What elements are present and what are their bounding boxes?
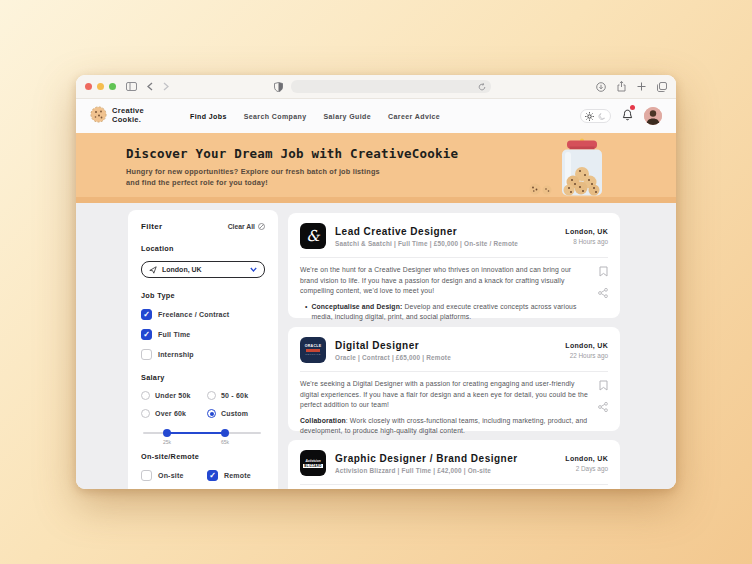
location-arrow-icon <box>149 266 157 274</box>
checkbox-checked-icon: ✓ <box>141 309 152 320</box>
cookie-jar-illustration <box>559 138 605 200</box>
slider-handle-max[interactable] <box>221 429 229 437</box>
brand-logo[interactable]: Creative Cookie. <box>90 106 144 127</box>
main-content: Filter Clear All Location London, UK Job… <box>76 203 676 489</box>
checkbox-checked-icon: ✓ <box>141 329 152 340</box>
downloads-icon[interactable] <box>596 82 606 92</box>
job-card-graphic-brand-designer[interactable]: Activision BLIZZARD Graphic Designer / B… <box>288 440 620 489</box>
job-location: London, UK <box>565 342 608 349</box>
tab-overview-icon[interactable] <box>657 82 667 92</box>
reload-icon[interactable] <box>478 83 486 91</box>
radio-over-60k[interactable]: Over 60k <box>141 409 207 418</box>
browser-chrome <box>76 75 676 99</box>
checkbox-freelance-contract[interactable]: ✓ Freelance / Contract <box>141 309 265 320</box>
radio-icon <box>207 391 216 400</box>
hero-banner: Discover Your Dream Job with CreativeCoo… <box>76 133 676 203</box>
job-posted: 2 Days ago <box>565 465 608 472</box>
job-card-digital-designer[interactable]: ORACLE NETSUITE Digital Designer Oracle … <box>288 327 620 431</box>
job-posted: 22 Hours ago <box>565 352 608 359</box>
minimize-window-button[interactable] <box>97 83 104 90</box>
filter-title: Filter <box>141 222 162 231</box>
slider-min-label: 25k <box>163 439 171 445</box>
job-bullet: • Conceptualise and Design: Develop and … <box>300 302 588 323</box>
address-bar[interactable] <box>291 80 491 93</box>
checkbox-checked-icon: ✓ <box>207 470 218 481</box>
share-job-icon[interactable] <box>598 288 608 298</box>
nav-find-jobs[interactable]: Find Jobs <box>190 113 227 120</box>
checkbox-remote[interactable]: ✓ Remote <box>207 470 265 481</box>
job-card-lead-creative-designer[interactable]: & Lead Creative Designer Saatchi & Saatc… <box>288 213 620 318</box>
nav-salary-guide[interactable]: Salary Guide <box>323 113 371 120</box>
share-icon[interactable] <box>617 81 626 92</box>
checkbox-full-time[interactable]: ✓ Full Time <box>141 329 265 340</box>
salary-range-slider[interactable]: 25k 65k <box>143 432 261 434</box>
location-label: Location <box>141 244 265 253</box>
close-window-button[interactable] <box>85 83 92 90</box>
zoom-window-button[interactable] <box>109 83 116 90</box>
job-description: We're on the hunt for a Creative Designe… <box>300 265 588 297</box>
hero-title: Discover Your Dream Job with CreativeCoo… <box>126 146 458 161</box>
slider-fill <box>167 432 225 434</box>
radio-50-60k[interactable]: 50 - 60k <box>207 391 265 400</box>
divider <box>300 484 608 485</box>
location-select[interactable]: London, UK <box>141 261 265 278</box>
sun-icon[interactable] <box>585 107 594 125</box>
slider-handle-min[interactable] <box>163 429 171 437</box>
radio-selected-icon <box>207 409 216 418</box>
nav-career-advice[interactable]: Career Advice <box>388 113 440 120</box>
checkbox-on-site[interactable]: On-site <box>141 470 207 481</box>
job-location: London, UK <box>565 455 608 462</box>
radio-icon <box>141 391 150 400</box>
divider <box>300 257 608 258</box>
slider-max-label: 65k <box>221 439 229 445</box>
user-avatar[interactable] <box>644 107 662 125</box>
bookmark-icon[interactable] <box>599 266 608 277</box>
job-meta: Activision Blizzard | Full Time | £42,00… <box>335 467 518 474</box>
salary-label: Salary <box>141 373 265 382</box>
saatchi-logo: & <box>300 223 326 249</box>
browser-window: Creative Cookie. Find Jobs Search Compan… <box>76 75 676 489</box>
job-type-label: Job Type <box>141 291 265 300</box>
job-title: Digital Designer <box>335 340 451 351</box>
bookmark-icon[interactable] <box>599 380 608 391</box>
location-value: London, UK <box>162 266 202 273</box>
clear-all-button[interactable]: Clear All <box>228 223 265 230</box>
chevron-down-icon <box>250 267 257 272</box>
job-list: & Lead Creative Designer Saatchi & Saatc… <box>288 213 620 489</box>
radio-custom[interactable]: Custom <box>207 409 265 418</box>
radio-under-50k[interactable]: Under 50k <box>141 391 207 400</box>
job-meta: Oracle | Contract | £65,000 | Remote <box>335 354 451 361</box>
job-posted: 8 Hours ago <box>565 238 608 245</box>
main-nav: Find Jobs Search Company Salary Guide Ca… <box>190 113 440 120</box>
moon-icon[interactable] <box>598 107 606 125</box>
traffic-lights <box>85 83 116 90</box>
job-title: Graphic Designer / Brand Designer <box>335 453 518 464</box>
sidebar-toggle-icon[interactable] <box>126 82 137 91</box>
notifications-bell-icon[interactable] <box>622 107 633 125</box>
brand-name: Creative Cookie. <box>112 107 144 124</box>
radio-icon <box>141 409 150 418</box>
job-description-2: Collaboration: Work closely with cross-f… <box>300 416 588 437</box>
back-icon[interactable] <box>147 82 153 91</box>
checkbox-unchecked-icon <box>141 349 152 360</box>
checkbox-internship[interactable]: Internship <box>141 349 265 360</box>
cookies-illustration <box>528 179 554 199</box>
checkbox-unchecked-icon <box>141 470 152 481</box>
job-meta: Saatchi & Saatchi | Full Time | £50,000 … <box>335 240 518 247</box>
forward-icon[interactable] <box>163 82 169 91</box>
hero-subtitle: Hungry for new opportunities? Explore ou… <box>126 166 380 189</box>
nav-search-company[interactable]: Search Company <box>244 113 307 120</box>
site-header: Creative Cookie. Find Jobs Search Compan… <box>76 99 676 133</box>
job-title: Lead Creative Designer <box>335 226 518 237</box>
new-tab-icon[interactable] <box>637 82 646 91</box>
job-location: London, UK <box>565 228 608 235</box>
oracle-logo: ORACLE NETSUITE <box>300 337 326 363</box>
notification-dot <box>630 105 635 110</box>
onsite-remote-label: On-site/Remote <box>141 452 265 461</box>
divider <box>300 371 608 372</box>
privacy-shield-icon[interactable] <box>274 82 283 92</box>
cookie-logo-icon <box>90 106 107 127</box>
theme-toggle[interactable] <box>580 109 611 123</box>
share-job-icon[interactable] <box>598 402 608 412</box>
filter-panel: Filter Clear All Location London, UK Job… <box>128 210 278 489</box>
